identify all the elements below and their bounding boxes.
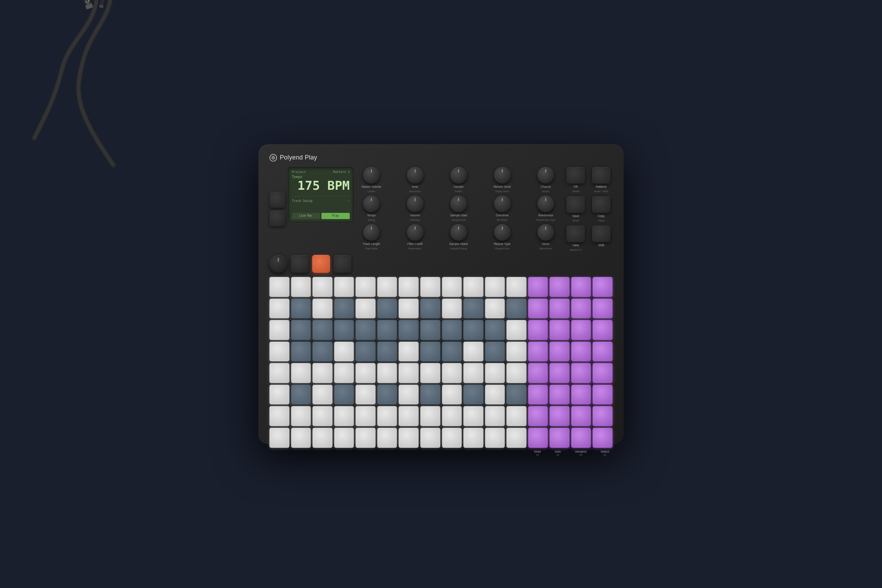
pad-r8-c2[interactable]	[291, 428, 311, 448]
pad-r1-c14[interactable]	[549, 277, 570, 297]
knob-randomize-control[interactable]	[537, 196, 554, 212]
pad-r8-c5[interactable]	[356, 428, 375, 448]
pad-r3-c16[interactable]	[592, 320, 613, 340]
play-button[interactable]: Play	[321, 213, 350, 219]
knob-sample-attack-control[interactable]	[450, 224, 467, 241]
pad-r6-c13[interactable]	[528, 385, 548, 405]
pad-r4-c16[interactable]	[592, 342, 613, 362]
pad-r3-c4[interactable]	[334, 320, 354, 340]
pad-r6-c15[interactable]	[571, 385, 591, 405]
side-button-1[interactable]	[269, 192, 285, 208]
pad-r2-c6[interactable]	[377, 298, 397, 319]
pad-r2-c13[interactable]	[528, 298, 548, 319]
pad-r7-c2[interactable]	[291, 406, 311, 426]
pad-r2-c3[interactable]	[312, 298, 333, 319]
pad-r6-c16[interactable]	[592, 385, 613, 405]
pad-r1-c6[interactable]	[377, 277, 397, 297]
pad-r4-c9[interactable]	[442, 342, 462, 362]
pad-r5-c11[interactable]	[485, 363, 505, 383]
pad-r1-c4[interactable]	[334, 277, 354, 297]
pad-r6-c6[interactable]	[377, 385, 397, 405]
pad-r4-c2[interactable]	[291, 342, 311, 362]
pad-r4-c6[interactable]	[377, 342, 397, 362]
pad-r3-c14[interactable]	[549, 320, 570, 340]
pad-r6-c9[interactable]	[442, 385, 462, 405]
pad-r6-c2[interactable]	[291, 385, 311, 405]
pad-r7-c5[interactable]	[356, 406, 375, 426]
pad-r8-c3[interactable]	[312, 428, 333, 448]
pad-r1-c9[interactable]	[442, 277, 462, 297]
pad-r8-c16[interactable]	[592, 428, 613, 448]
pad-r4-c8[interactable]	[420, 342, 440, 362]
knob-filter-cutoff-control[interactable]	[407, 224, 423, 241]
pad-r7-c10[interactable]	[464, 406, 483, 426]
pad-r5-c10[interactable]	[464, 363, 483, 383]
pad-r4-c15[interactable]	[571, 342, 591, 362]
pad-r7-c15[interactable]	[571, 406, 591, 426]
pad-r1-c16[interactable]	[592, 277, 613, 297]
pad-r2-c5[interactable]	[356, 298, 375, 319]
pad-r5-c2[interactable]	[291, 363, 311, 383]
pad-r5-c4[interactable]	[334, 363, 354, 383]
pad-r2-c8[interactable]	[420, 298, 440, 319]
pad-r5-c1[interactable]	[269, 363, 290, 383]
pad-r2-c9[interactable]	[442, 298, 462, 319]
knob-sample-control[interactable]	[450, 167, 467, 184]
pad-r1-c13[interactable]	[528, 277, 548, 297]
pad-r6-c14[interactable]	[549, 385, 570, 405]
pad-r5-c3[interactable]	[312, 363, 333, 383]
pad-r6-c3[interactable]	[312, 385, 333, 405]
pad-r8-c6[interactable]	[377, 428, 397, 448]
pad-r3-c12[interactable]	[507, 320, 526, 340]
pad-r4-c7[interactable]	[399, 342, 418, 362]
knob-repeat-type-control[interactable]	[494, 224, 511, 241]
pad-r1-c11[interactable]	[485, 277, 505, 297]
pad-r7-c4[interactable]	[334, 406, 354, 426]
pad-r5-c14[interactable]	[549, 363, 570, 383]
pad-r7-c11[interactable]	[485, 406, 505, 426]
pad-r3-c6[interactable]	[377, 320, 397, 340]
pad-r3-c11[interactable]	[485, 320, 505, 340]
pad-r8-c4[interactable]	[334, 428, 354, 448]
pad-r5-c9[interactable]	[442, 363, 462, 383]
pad-r8-c14[interactable]	[549, 428, 570, 448]
pad-r3-c7[interactable]	[399, 320, 418, 340]
knob-chance-control[interactable]	[537, 167, 554, 184]
live-rec-button[interactable]: Live Rec	[292, 213, 320, 219]
main-encoder[interactable]	[269, 255, 287, 273]
pad-r7-c1[interactable]	[269, 406, 290, 426]
pad-r2-c11[interactable]	[485, 298, 505, 319]
pad-r3-c9[interactable]	[442, 320, 462, 340]
pad-r5-c6[interactable]	[377, 363, 397, 383]
pad-r6-c11[interactable]	[485, 385, 505, 405]
side-button-2[interactable]	[269, 210, 285, 226]
pad-r7-c13[interactable]	[528, 406, 548, 426]
pad-r7-c16[interactable]	[592, 406, 613, 426]
pad-r2-c16[interactable]	[592, 298, 613, 319]
pad-r7-c6[interactable]	[377, 406, 397, 426]
copy-button[interactable]	[592, 196, 610, 213]
pad-r4-c13[interactable]	[528, 342, 548, 362]
knob-sample-start-control[interactable]	[450, 196, 467, 212]
pad-r1-c15[interactable]	[571, 277, 591, 297]
pad-r7-c12[interactable]	[507, 406, 526, 426]
pad-r7-c3[interactable]	[312, 406, 333, 426]
pad-r7-c8[interactable]	[420, 406, 440, 426]
pad-r1-c2[interactable]	[291, 277, 311, 297]
knob-reverb-control[interactable]	[494, 167, 511, 184]
pad-r6-c8[interactable]	[420, 385, 440, 405]
pad-r3-c5[interactable]	[356, 320, 375, 340]
pad-r6-c1[interactable]	[269, 385, 290, 405]
pad-r5-c5[interactable]	[356, 363, 375, 383]
pad-r5-c12[interactable]	[507, 363, 526, 383]
knob-track-length-control[interactable]	[363, 224, 380, 241]
pad-r3-c10[interactable]	[464, 320, 483, 340]
pad-r4-c11[interactable]	[485, 342, 505, 362]
pad-r7-c7[interactable]	[399, 406, 418, 426]
pad-r2-c10[interactable]	[464, 298, 483, 319]
pad-r6-c7[interactable]	[399, 385, 418, 405]
pad-r6-c5[interactable]	[356, 385, 375, 405]
pad-r8-c10[interactable]	[464, 428, 483, 448]
pad-r5-c16[interactable]	[592, 363, 613, 383]
pad-r8-c13[interactable]	[528, 428, 548, 448]
